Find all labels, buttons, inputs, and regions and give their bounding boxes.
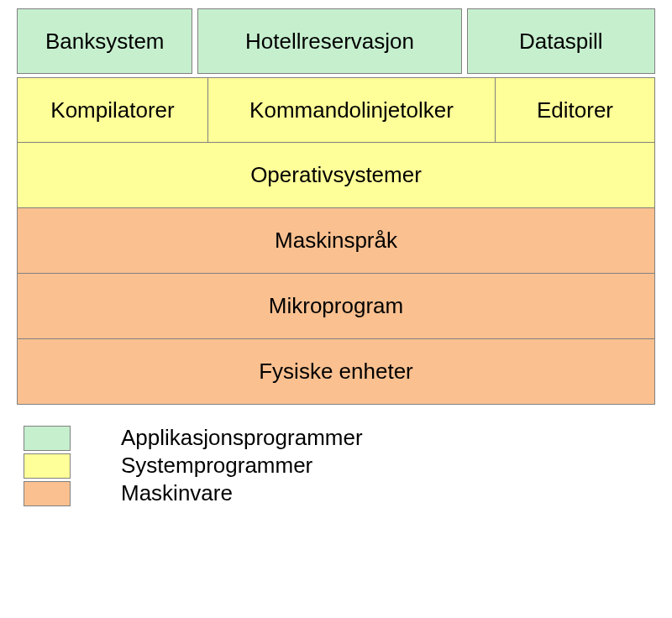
hw-maskinsprak: Maskinspråk: [17, 208, 655, 274]
legend-label-hardware: Maskinvare: [121, 480, 233, 506]
mikroprogram-row: Mikroprogram: [17, 274, 655, 339]
app-banksystem: Banksystem: [17, 8, 192, 74]
swatch-hardware: [24, 481, 71, 506]
hw-mikroprogram: Mikroprogram: [17, 274, 655, 339]
swatch-applications: [24, 426, 71, 451]
swatch-system: [24, 453, 71, 479]
sys-kompilatorer: Kompilatorer: [17, 77, 208, 143]
legend-item-applications: Applikasjonsprogrammer: [24, 425, 655, 451]
stacked-layers: Kompilatorer Kommandolinjetolker Editore…: [17, 77, 655, 405]
legend-label-system: Systemprogrammer: [121, 453, 312, 479]
maskinsprak-row: Maskinspråk: [17, 208, 655, 274]
sys-editorer: Editorer: [496, 77, 655, 143]
applications-row: Banksystem Hotellreservasjon Dataspill: [17, 8, 655, 74]
sys-operativsystemer: Operativsystemer: [17, 143, 655, 208]
app-hotellreservasjon: Hotellreservasjon: [197, 8, 461, 74]
operativsystemer-row: Operativsystemer: [17, 143, 655, 208]
legend: Applikasjonsprogrammer Systemprogrammer …: [24, 425, 655, 506]
fysiske-enheter-row: Fysiske enheter: [17, 339, 655, 405]
sys-kommandolinjetolker: Kommandolinjetolker: [208, 77, 496, 143]
computer-layers-diagram: Banksystem Hotellreservasjon Dataspill K…: [17, 8, 655, 506]
hw-fysiske-enheter: Fysiske enheter: [17, 339, 655, 405]
legend-item-system: Systemprogrammer: [24, 453, 655, 479]
legend-label-applications: Applikasjonsprogrammer: [121, 425, 363, 451]
app-dataspill: Dataspill: [467, 8, 655, 74]
legend-item-hardware: Maskinvare: [24, 480, 655, 506]
system-tools-row: Kompilatorer Kommandolinjetolker Editore…: [17, 77, 655, 143]
